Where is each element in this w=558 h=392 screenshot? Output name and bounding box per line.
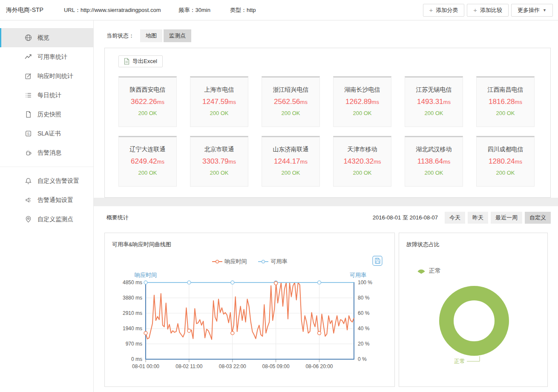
sidebar-item-label: 自定义告警设置	[37, 177, 79, 185]
legend-item[interactable]: 可用率	[258, 258, 288, 265]
range-button-2[interactable]: 昨天	[468, 212, 488, 224]
excel-file-icon	[124, 58, 129, 65]
svg-text:08-01 00:00: 08-01 00:00	[132, 363, 159, 369]
section-divider	[94, 198, 558, 206]
header-buttons: + 添加分类 + 添加比较 更多操作 ▼	[423, 4, 553, 17]
monitor-card: 天津市移动 14320.32ms 200 OK	[333, 136, 391, 187]
http-status: 200 OK	[190, 170, 248, 176]
monitor-card: 湖南长沙电信 1262.89ms 200 OK	[333, 76, 391, 127]
sidebar-item-label: 历史快照	[37, 111, 61, 118]
http-status: 200 OK	[405, 110, 463, 116]
http-status: 200 OK	[405, 170, 463, 176]
export-excel-button[interactable]: 导出Excel	[118, 55, 163, 67]
sidebar-item-10[interactable]: 自定义监测点	[0, 210, 93, 229]
response-time-value: 1493.31ms	[405, 98, 463, 106]
availability-response-chart-panel: 可用率&响应时间曲线图 响应时间 可用率	[104, 233, 395, 387]
main-content: 当前状态： 地图 监测点 导出Excel 陕西西安电信 3622.26ms 20…	[94, 20, 558, 392]
svg-text:08-05 09:00: 08-05 09:00	[262, 363, 290, 369]
current-status-bar: 当前状态： 地图 监测点	[106, 30, 558, 42]
http-status: 200 OK	[262, 170, 319, 176]
fault-status-panel: 故障状态占比 正常 正常	[399, 233, 548, 387]
range-button-3[interactable]: 最近一周	[491, 212, 522, 224]
svg-text:4850 ms: 4850 ms	[123, 280, 142, 285]
megaphone-icon	[25, 196, 32, 204]
line-chart-legend: 响应时间 可用率	[105, 258, 394, 265]
save-image-icon[interactable]	[372, 256, 383, 266]
sidebar-item-3[interactable]: 响应时间统计	[0, 66, 93, 86]
sidebar-item-label: 告警消息	[37, 149, 61, 157]
svg-text:60 %: 60 %	[358, 310, 370, 316]
svg-text:0 %: 0 %	[358, 356, 367, 362]
svg-text:970 ms: 970 ms	[126, 341, 142, 347]
response-time-value: 6249.42ms	[119, 157, 176, 166]
monitor-location: 江苏无锡电信	[405, 86, 463, 94]
add-category-label: 添加分类	[436, 6, 458, 14]
monitor-frequency: 频率：30min	[178, 6, 210, 14]
svg-text:0 ms: 0 ms	[131, 356, 142, 362]
response-time-value: 3303.79ms	[190, 157, 248, 166]
sidebar-item-4[interactable]: 每日统计	[0, 86, 93, 105]
legend-marker-icon	[212, 259, 222, 264]
sidebar-item-9[interactable]: 告警通知设置	[0, 190, 93, 210]
export-excel-label: 导出Excel	[132, 58, 157, 65]
range-button-4[interactable]: 自定义	[525, 212, 551, 224]
legend-item[interactable]: 响应时间	[212, 258, 247, 265]
monitor-points-panel: 导出Excel 陕西西安电信 3622.26ms 200 OK 上海市电信 12…	[104, 48, 551, 198]
response-time-value: 3622.26ms	[119, 98, 176, 106]
globe-icon	[25, 34, 32, 42]
svg-text:08-06 20:00: 08-06 20:00	[305, 363, 333, 369]
header: 海外电商-STP URL：http://www.sierratradingpos…	[0, 0, 558, 20]
monitor-card: 上海市电信 1247.59ms 200 OK	[190, 76, 248, 127]
chevron-down-icon: ▼	[543, 8, 546, 12]
response-time-value: 1816.28ms	[477, 98, 534, 106]
donut-legend-label: 正常	[429, 267, 441, 275]
monitor-location: 江西南昌电信	[477, 86, 534, 94]
response-time-value: 1280.24ms	[477, 157, 534, 166]
add-compare-button[interactable]: + 添加比较	[467, 4, 509, 17]
sidebar-item-2[interactable]: 可用率统计	[0, 47, 93, 66]
monitor-location: 辽宁大连联通	[119, 146, 176, 153]
trend-icon	[25, 53, 32, 61]
line-chart: 08-01 00:0008-02 11:0008-03 22:0008-05 0…	[105, 277, 395, 380]
monitor-location: 天津市移动	[334, 146, 391, 153]
monitor-location: 湖北武汉移动	[405, 146, 463, 153]
sidebar-item-label: 响应时间统计	[37, 72, 73, 80]
http-status: 200 OK	[262, 110, 319, 116]
svg-text:80 %: 80 %	[358, 295, 370, 301]
sidebar-item-6[interactable]: S SLA证书	[0, 124, 93, 143]
svg-text:08-02 11:00: 08-02 11:00	[175, 363, 202, 369]
sidebar-item-5[interactable]: 历史快照	[0, 105, 93, 124]
sidebar-item-1[interactable]: 概览	[0, 28, 93, 47]
status-tab-2[interactable]: 监测点	[164, 29, 191, 42]
pin-icon	[25, 216, 32, 223]
sidebar-item-label: 告警通知设置	[37, 196, 73, 204]
response-time-value: 1138.64ms	[405, 157, 463, 166]
monitor-location: 浙江绍兴电信	[262, 86, 319, 94]
site-title: 海外电商-STP	[6, 6, 43, 14]
bell-icon	[25, 177, 32, 185]
range-button-1[interactable]: 今天	[445, 212, 465, 224]
monitor-location: 北京市联通	[190, 146, 248, 153]
http-status: 200 OK	[119, 170, 176, 176]
list-icon	[25, 92, 32, 99]
sidebar-divider	[0, 167, 93, 167]
monitor-card: 山东济南联通 1244.17ms 200 OK	[262, 136, 320, 187]
status-tab-1[interactable]: 地图	[140, 29, 162, 42]
svg-text:100 %: 100 %	[358, 280, 372, 285]
monitor-card: 陕西西安电信 3622.26ms 200 OK	[118, 76, 177, 127]
http-status: 200 OK	[119, 110, 176, 116]
sidebar-item-label: SLA证书	[37, 130, 60, 138]
http-status: 200 OK	[334, 170, 391, 176]
more-actions-button[interactable]: 更多操作 ▼	[511, 4, 553, 17]
more-actions-label: 更多操作	[518, 6, 540, 14]
plus-icon: +	[429, 7, 433, 13]
sidebar-item-label: 自定义监测点	[37, 216, 73, 223]
summary-bar: 概要统计 2016-08-01 至 2016-08-07 今天 昨天 最近一周 …	[106, 212, 551, 223]
add-category-button[interactable]: + 添加分类	[423, 4, 465, 17]
sidebar-item-8[interactable]: 自定义告警设置	[0, 171, 93, 190]
http-status: 200 OK	[477, 170, 534, 176]
donut-legend-item[interactable]: 正常	[417, 267, 441, 275]
svg-text:20 %: 20 %	[358, 341, 370, 347]
sidebar-item-7[interactable]: 告警消息	[0, 143, 93, 162]
line-chart-title: 可用率&响应时间曲线图	[112, 241, 171, 248]
